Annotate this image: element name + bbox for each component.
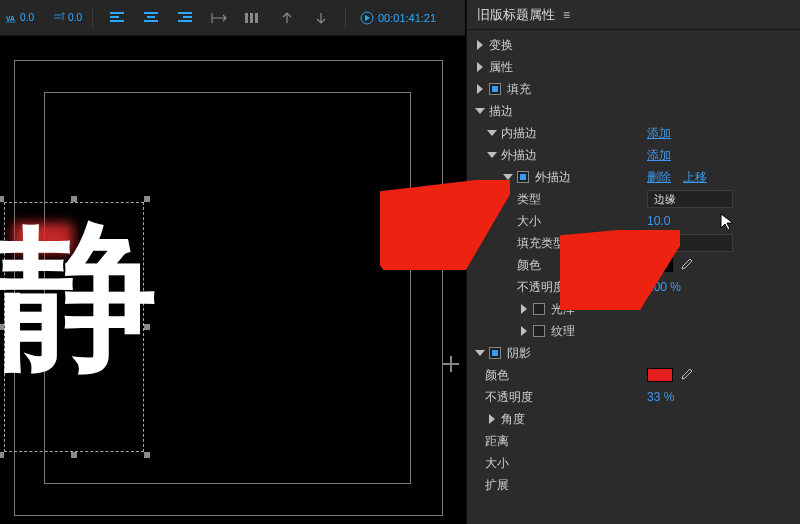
title-toolbar: VA 0.0 0.0 00:01:41:21 [0, 0, 465, 36]
shadow-distance-label: 距离 [485, 433, 509, 450]
align-left-icon[interactable] [103, 6, 131, 30]
svg-rect-3 [255, 13, 258, 23]
stroke-filltype-label: 填充类型 [517, 235, 565, 252]
sheen-checkbox[interactable] [533, 303, 545, 315]
mouse-cursor-icon [720, 213, 734, 231]
twisty-icon[interactable] [473, 346, 487, 360]
resize-handle[interactable] [0, 196, 4, 202]
stroke-color-label: 颜色 [517, 257, 541, 274]
text-bounding-box[interactable]: 静 [4, 202, 144, 452]
title-canvas[interactable]: 静 [0, 36, 465, 524]
twisty-icon[interactable] [473, 38, 487, 52]
outer-stroke-moveup-link[interactable]: 上移 [683, 169, 707, 186]
resize-handle[interactable] [144, 196, 150, 202]
stroke-size-label: 大小 [517, 213, 541, 230]
leading-value[interactable]: 0.0 [68, 12, 82, 23]
twisty-icon[interactable] [485, 126, 499, 140]
bring-front-icon[interactable] [307, 6, 335, 30]
align-right-icon[interactable] [171, 6, 199, 30]
shadow-angle-label[interactable]: 角度 [501, 411, 525, 428]
resize-handle[interactable] [71, 452, 77, 458]
twisty-icon[interactable] [473, 82, 487, 96]
resize-handle[interactable] [0, 324, 4, 330]
legacy-title-properties-panel: 旧版标题属性 ≡ 变换 属性 填充 描边 内描边 添加 外描边 添加 外描边 删… [466, 0, 800, 524]
stroke-filltype-select[interactable]: 实底 [647, 234, 733, 252]
twisty-icon[interactable] [501, 170, 515, 184]
panel-menu-icon[interactable]: ≡ [563, 8, 570, 22]
section-transform[interactable]: 变换 [489, 37, 513, 54]
section-fill[interactable]: 填充 [507, 81, 531, 98]
outer-stroke-item-label[interactable]: 外描边 [535, 169, 571, 186]
outer-stroke-delete-link[interactable]: 删除 [647, 169, 671, 186]
outer-stroke-label[interactable]: 外描边 [501, 147, 537, 164]
svg-text:VA: VA [6, 14, 15, 21]
texture-label[interactable]: 纹理 [551, 323, 575, 340]
eyedropper-icon[interactable] [679, 258, 693, 272]
stroke-type-label: 类型 [517, 191, 541, 208]
kerning-control[interactable]: VA 0.0 [6, 6, 34, 30]
resize-handle[interactable] [71, 196, 77, 202]
shadow-size-label: 大小 [485, 455, 509, 472]
twisty-icon[interactable] [517, 324, 531, 338]
section-shadow[interactable]: 阴影 [507, 345, 531, 362]
section-stroke[interactable]: 描边 [489, 103, 513, 120]
shadow-opacity-label: 不透明度 [485, 389, 533, 406]
outer-stroke-item-checkbox[interactable] [517, 171, 529, 183]
twisty-icon[interactable] [517, 302, 531, 316]
shadow-color-swatch[interactable] [647, 368, 673, 382]
twisty-icon[interactable] [485, 412, 499, 426]
resize-handle[interactable] [0, 452, 4, 458]
sheen-label[interactable]: 光泽 [551, 301, 575, 318]
svg-rect-1 [245, 13, 248, 23]
stroke-type-value: 边缘 [654, 192, 676, 207]
twisty-icon[interactable] [485, 148, 499, 162]
leading-control[interactable]: 0.0 [54, 6, 82, 30]
eyedropper-icon[interactable] [679, 368, 693, 382]
kerning-value[interactable]: 0.0 [20, 12, 34, 23]
stroke-filltype-value: 实底 [654, 236, 676, 251]
texture-checkbox[interactable] [533, 325, 545, 337]
panel-title: 旧版标题属性 [477, 6, 555, 24]
timecode-display[interactable]: 00:01:41:21 [360, 11, 436, 25]
outer-stroke-add-link[interactable]: 添加 [647, 147, 671, 164]
stroke-color-swatch[interactable] [647, 258, 673, 272]
stroke-opacity-value[interactable]: 100 % [647, 280, 681, 294]
twisty-icon[interactable] [473, 104, 487, 118]
timecode-value[interactable]: 00:01:41:21 [378, 12, 436, 24]
stroke-opacity-label: 不透明度 [517, 279, 565, 296]
anchor-point-icon[interactable] [443, 356, 459, 372]
fill-checkbox[interactable] [489, 83, 501, 95]
tab-stops-icon[interactable] [205, 6, 233, 30]
video-preview-icon [360, 11, 374, 25]
twisty-icon[interactable] [473, 60, 487, 74]
send-back-icon[interactable] [273, 6, 301, 30]
shadow-spread-label: 扩展 [485, 477, 509, 494]
stroke-type-select[interactable]: 边缘 [647, 190, 733, 208]
stroke-size-value[interactable]: 10.0 [647, 214, 670, 228]
inner-stroke-label[interactable]: 内描边 [501, 125, 537, 142]
shadow-opacity-value[interactable]: 33 % [647, 390, 674, 404]
resize-handle[interactable] [144, 452, 150, 458]
shadow-color-label: 颜色 [485, 367, 509, 384]
align-center-icon[interactable] [137, 6, 165, 30]
inner-stroke-add-link[interactable]: 添加 [647, 125, 671, 142]
shadow-checkbox[interactable] [489, 347, 501, 359]
section-properties[interactable]: 属性 [489, 59, 513, 76]
svg-rect-2 [250, 13, 253, 23]
resize-handle[interactable] [144, 324, 150, 330]
distribute-icon[interactable] [239, 6, 267, 30]
